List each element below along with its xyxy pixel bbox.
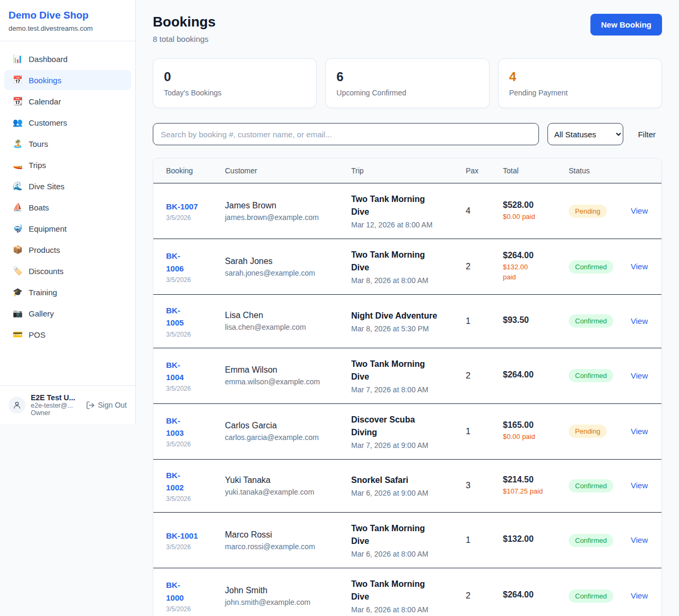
column-header-status: Status: [569, 159, 631, 183]
bookings-table: Booking Customer Trip Pax Total Status B…: [153, 158, 662, 616]
user-email: e2e-tester@...: [31, 402, 81, 409]
search-input[interactable]: [153, 123, 539, 145]
booking-date: 3/5/2026: [166, 543, 225, 551]
view-link[interactable]: View: [631, 591, 648, 600]
sidebar-item-dashboard[interactable]: 📊 Dashboard: [4, 49, 131, 69]
total-amount: $264.00: [503, 251, 569, 260]
table-row: BK- 1003 3/5/2026 Carlos Garcia carlos.g…: [153, 404, 661, 460]
diving-mask-icon: 🤿: [13, 224, 22, 233]
sidebar-item-dive-sites[interactable]: 🌊 Dive Sites: [4, 176, 131, 196]
sidebar-item-bookings[interactable]: 📅 Bookings: [4, 70, 131, 90]
column-header-total: Total: [503, 159, 569, 183]
sidebar-item-customers[interactable]: 👥 Customers: [4, 112, 131, 133]
sidebar-item-calendar[interactable]: 📆 Calendar: [4, 91, 131, 111]
paid-amount: $107.25 paid: [503, 487, 569, 497]
booking-id-link[interactable]: BK- 1002: [166, 469, 225, 494]
customer-name: Yuki Tanaka: [225, 476, 351, 485]
trip-name: Two Tank Morning Dive: [351, 578, 466, 603]
customer-name: Marco Rossi: [225, 530, 351, 540]
view-link[interactable]: View: [631, 481, 648, 490]
sidebar-item-label: POS: [29, 330, 46, 339]
booking-id-link[interactable]: BK- 1004: [166, 359, 225, 384]
view-link[interactable]: View: [631, 535, 648, 544]
stat-value: 6: [336, 69, 478, 84]
customer-name: Lisa Chen: [225, 311, 351, 320]
stats-cards: 0 Today's Bookings 6 Upcoming Confirmed …: [153, 58, 662, 108]
sidebar-item-label: Discounts: [29, 267, 64, 276]
customer-email: carlos.garcia@example.com: [225, 433, 351, 442]
status-select[interactable]: All Statuses: [547, 123, 623, 145]
pax-count: 1: [466, 427, 503, 436]
trip-datetime: Mar 8, 2026 at 8:00 AM: [351, 276, 466, 285]
booking-id-link[interactable]: BK-1001: [166, 530, 225, 542]
view-link[interactable]: View: [631, 427, 648, 436]
page-header: Bookings 8 total bookings New Booking: [153, 14, 662, 43]
column-header-booking: Booking: [166, 159, 225, 183]
sidebar-item-pos[interactable]: 💳 POS: [4, 324, 131, 345]
user-name: E2E Test U...: [31, 393, 81, 402]
main-content: Bookings 8 total bookings New Booking 0 …: [136, 0, 679, 616]
sidebar-item-boats[interactable]: ⛵ Boats: [4, 197, 131, 217]
booking-id-link[interactable]: BK- 1005: [166, 304, 225, 329]
sidebar-item-products[interactable]: 📦 Products: [4, 240, 131, 260]
total-amount: $264.00: [503, 590, 569, 600]
tag-icon: 🏷️: [13, 266, 22, 276]
bar-chart-icon: 📊: [13, 54, 22, 64]
sidebar-item-label: Tours: [29, 139, 48, 148]
new-booking-button[interactable]: New Booking: [590, 14, 662, 36]
customer-email: sarah.jones@example.com: [225, 269, 351, 277]
sidebar-item-trips[interactable]: 🚤 Trips: [4, 155, 131, 175]
stat-label: Pending Payment: [509, 89, 651, 97]
total-amount: $93.50: [503, 315, 569, 325]
booking-id-link[interactable]: BK- 1000: [166, 579, 225, 604]
view-link[interactable]: View: [631, 262, 648, 271]
pax-count: 2: [466, 371, 503, 381]
filter-button[interactable]: Filter: [632, 130, 662, 139]
sidebar-nav: 📊 Dashboard 📅 Bookings 📆 Calendar 👥 Cust…: [0, 41, 135, 385]
status-badge: Confirmed: [569, 534, 613, 547]
view-link[interactable]: View: [631, 206, 648, 215]
trip-name: Two Tank Morning Dive: [351, 358, 466, 383]
sidebar-item-label: Products: [29, 245, 60, 254]
table-row: BK- 1006 3/5/2026 Sarah Jones sarah.jone…: [153, 239, 661, 295]
sidebar-item-equipment[interactable]: 🤿 Equipment: [4, 218, 131, 239]
view-link[interactable]: View: [631, 371, 648, 380]
sidebar-item-label: Training: [29, 288, 57, 297]
booking-date: 3/5/2026: [166, 276, 225, 284]
booking-id-link[interactable]: BK- 1006: [166, 250, 225, 275]
sign-out-button[interactable]: Sign Out: [86, 401, 127, 410]
booking-date: 3/5/2026: [166, 441, 225, 448]
customer-email: marco.rossi@example.com: [225, 542, 351, 551]
wave-icon: 🌊: [13, 181, 22, 191]
booking-id-link[interactable]: BK-1007: [166, 200, 225, 213]
package-icon: 📦: [13, 245, 22, 254]
sidebar-item-discounts[interactable]: 🏷️ Discounts: [4, 261, 131, 281]
page-subtitle: 8 total bookings: [153, 34, 215, 43]
tear-off-calendar-icon: 📆: [13, 96, 22, 106]
pax-count: 3: [466, 481, 503, 490]
trip-datetime: Mar 12, 2026 at 8:00 AM: [351, 221, 466, 229]
stat-value: 4: [509, 69, 651, 84]
sidebar-item-training[interactable]: 🎓 Training: [4, 282, 131, 302]
customer-name: John Smith: [225, 586, 351, 595]
sidebar-item-tours[interactable]: 🏝️ Tours: [4, 134, 131, 154]
status-badge: Confirmed: [569, 260, 613, 274]
table-row: BK-1001 3/5/2026 Marco Rossi marco.rossi…: [153, 513, 661, 568]
shop-name: Demo Dive Shop: [8, 10, 127, 21]
booking-date: 3/5/2026: [166, 214, 225, 222]
booking-id-link[interactable]: BK- 1003: [166, 415, 225, 439]
booking-date: 3/5/2026: [166, 385, 225, 392]
view-link[interactable]: View: [631, 316, 648, 325]
sidebar-item-gallery[interactable]: 📷 Gallery: [4, 303, 131, 323]
stat-value: 0: [164, 69, 306, 84]
customer-name: Emma Wilson: [225, 365, 351, 375]
person-icon: [13, 401, 21, 409]
sign-out-label: Sign Out: [98, 401, 127, 409]
trip-datetime: Mar 7, 2026 at 9:00 AM: [351, 441, 466, 450]
credit-card-icon: 💳: [13, 330, 22, 339]
column-header-customer: Customer: [225, 159, 351, 183]
avatar: [8, 397, 25, 413]
table-body: BK-1007 3/5/2026 James Brown james.brown…: [153, 183, 661, 616]
customer-name: Sarah Jones: [225, 257, 351, 266]
stat-card-upcoming-confirmed: 6 Upcoming Confirmed: [325, 58, 489, 108]
